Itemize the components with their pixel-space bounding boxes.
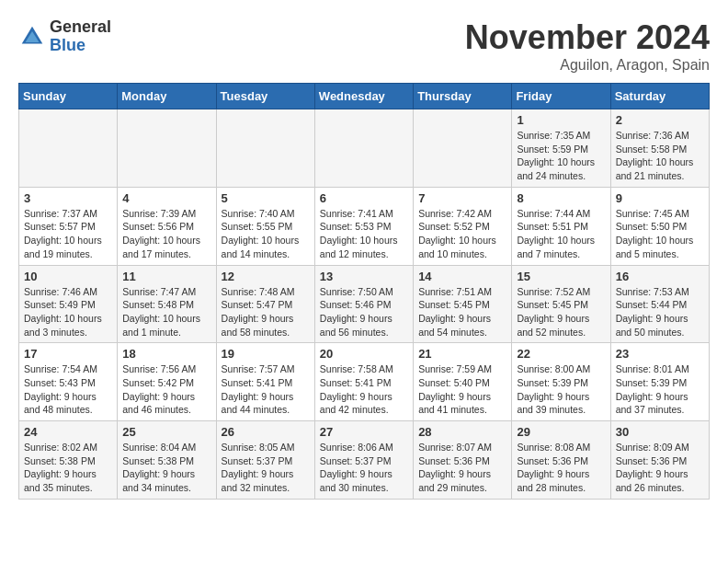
calendar-cell: 2Sunrise: 7:36 AM Sunset: 5:58 PM Daylig… <box>610 109 709 188</box>
calendar-cell: 14Sunrise: 7:51 AM Sunset: 5:45 PM Dayli… <box>414 265 512 343</box>
weekday-header: Wednesday <box>314 84 413 109</box>
day-number: 24 <box>24 425 112 439</box>
day-number: 16 <box>616 270 704 283</box>
calendar-cell <box>414 109 512 188</box>
calendar-cell: 16Sunrise: 7:53 AM Sunset: 5:44 PM Dayli… <box>610 265 709 343</box>
calendar-cell: 3Sunrise: 7:37 AM Sunset: 5:57 PM Daylig… <box>19 187 118 265</box>
day-number: 9 <box>616 191 704 205</box>
calendar-week-row: 1Sunrise: 7:35 AM Sunset: 5:59 PM Daylig… <box>19 109 710 188</box>
calendar-cell <box>216 109 314 188</box>
day-info: Sunrise: 8:01 AM Sunset: 5:39 PM Dayligh… <box>616 362 704 417</box>
day-number: 17 <box>24 347 112 361</box>
day-number: 14 <box>418 270 506 283</box>
day-number: 25 <box>122 425 210 439</box>
calendar-cell <box>118 109 216 188</box>
day-info: Sunrise: 8:09 AM Sunset: 5:36 PM Dayligh… <box>616 441 704 495</box>
day-info: Sunrise: 7:53 AM Sunset: 5:44 PM Dayligh… <box>616 285 704 339</box>
calendar-cell: 15Sunrise: 7:52 AM Sunset: 5:45 PM Dayli… <box>512 265 610 343</box>
logo-text: General Blue <box>50 18 111 55</box>
logo-icon <box>18 23 46 51</box>
day-info: Sunrise: 8:04 AM Sunset: 5:38 PM Dayligh… <box>122 441 210 495</box>
day-number: 8 <box>517 191 605 205</box>
day-info: Sunrise: 7:57 AM Sunset: 5:41 PM Dayligh… <box>222 362 310 417</box>
calendar-cell: 7Sunrise: 7:42 AM Sunset: 5:52 PM Daylig… <box>414 187 512 265</box>
calendar-cell: 28Sunrise: 8:07 AM Sunset: 5:36 PM Dayli… <box>414 421 512 500</box>
day-number: 30 <box>616 425 704 439</box>
day-number: 28 <box>418 425 506 439</box>
calendar-table: SundayMondayTuesdayWednesdayThursdayFrid… <box>18 83 710 500</box>
calendar-cell: 5Sunrise: 7:40 AM Sunset: 5:55 PM Daylig… <box>216 187 314 265</box>
day-number: 21 <box>418 347 506 361</box>
day-number: 10 <box>24 270 112 283</box>
day-info: Sunrise: 8:05 AM Sunset: 5:37 PM Dayligh… <box>222 441 310 495</box>
calendar-body: 1Sunrise: 7:35 AM Sunset: 5:59 PM Daylig… <box>19 109 710 500</box>
day-number: 20 <box>320 347 408 361</box>
calendar-cell: 17Sunrise: 7:54 AM Sunset: 5:43 PM Dayli… <box>19 343 118 421</box>
calendar-week-row: 3Sunrise: 7:37 AM Sunset: 5:57 PM Daylig… <box>19 187 710 265</box>
day-info: Sunrise: 7:54 AM Sunset: 5:43 PM Dayligh… <box>24 362 112 417</box>
title-block: November 2024 Aguilon, Aragon, Spain <box>465 18 710 74</box>
calendar-cell: 26Sunrise: 8:05 AM Sunset: 5:37 PM Dayli… <box>216 421 314 500</box>
day-number: 23 <box>616 347 704 361</box>
weekday-header: Saturday <box>610 84 709 109</box>
logo-blue: Blue <box>50 37 111 55</box>
calendar-cell: 27Sunrise: 8:06 AM Sunset: 5:37 PM Dayli… <box>314 421 413 500</box>
day-info: Sunrise: 7:44 AM Sunset: 5:51 PM Dayligh… <box>517 207 605 261</box>
weekday-header: Friday <box>512 84 610 109</box>
day-info: Sunrise: 7:48 AM Sunset: 5:47 PM Dayligh… <box>222 285 310 339</box>
day-info: Sunrise: 8:06 AM Sunset: 5:37 PM Dayligh… <box>320 441 408 495</box>
calendar-cell: 1Sunrise: 7:35 AM Sunset: 5:59 PM Daylig… <box>512 109 610 188</box>
calendar-cell: 11Sunrise: 7:47 AM Sunset: 5:48 PM Dayli… <box>118 265 216 343</box>
day-info: Sunrise: 7:59 AM Sunset: 5:40 PM Dayligh… <box>418 362 506 417</box>
day-info: Sunrise: 7:50 AM Sunset: 5:46 PM Dayligh… <box>320 285 408 339</box>
day-number: 18 <box>122 347 210 361</box>
day-info: Sunrise: 8:02 AM Sunset: 5:38 PM Dayligh… <box>24 441 112 495</box>
day-number: 19 <box>222 347 310 361</box>
calendar-cell: 6Sunrise: 7:41 AM Sunset: 5:53 PM Daylig… <box>314 187 413 265</box>
calendar-cell: 30Sunrise: 8:09 AM Sunset: 5:36 PM Dayli… <box>610 421 709 500</box>
calendar-week-row: 10Sunrise: 7:46 AM Sunset: 5:49 PM Dayli… <box>19 265 710 343</box>
day-number: 4 <box>122 191 210 205</box>
day-info: Sunrise: 7:41 AM Sunset: 5:53 PM Dayligh… <box>320 207 408 261</box>
weekday-row: SundayMondayTuesdayWednesdayThursdayFrid… <box>19 84 710 109</box>
weekday-header: Tuesday <box>216 84 314 109</box>
day-info: Sunrise: 7:45 AM Sunset: 5:50 PM Dayligh… <box>616 207 704 261</box>
day-info: Sunrise: 7:39 AM Sunset: 5:56 PM Dayligh… <box>122 207 210 261</box>
calendar-cell: 20Sunrise: 7:58 AM Sunset: 5:41 PM Dayli… <box>314 343 413 421</box>
weekday-header: Monday <box>118 84 216 109</box>
logo-general: General <box>50 18 111 37</box>
day-number: 13 <box>320 270 408 283</box>
day-info: Sunrise: 7:52 AM Sunset: 5:45 PM Dayligh… <box>517 285 605 339</box>
calendar-cell: 29Sunrise: 8:08 AM Sunset: 5:36 PM Dayli… <box>512 421 610 500</box>
calendar-week-row: 17Sunrise: 7:54 AM Sunset: 5:43 PM Dayli… <box>19 343 710 421</box>
calendar-cell: 12Sunrise: 7:48 AM Sunset: 5:47 PM Dayli… <box>216 265 314 343</box>
day-info: Sunrise: 7:37 AM Sunset: 5:57 PM Dayligh… <box>24 207 112 261</box>
calendar-cell: 4Sunrise: 7:39 AM Sunset: 5:56 PM Daylig… <box>118 187 216 265</box>
day-number: 22 <box>517 347 605 361</box>
day-info: Sunrise: 7:35 AM Sunset: 5:59 PM Dayligh… <box>517 129 605 183</box>
day-info: Sunrise: 7:46 AM Sunset: 5:49 PM Dayligh… <box>24 285 112 339</box>
calendar-cell: 25Sunrise: 8:04 AM Sunset: 5:38 PM Dayli… <box>118 421 216 500</box>
day-info: Sunrise: 7:56 AM Sunset: 5:42 PM Dayligh… <box>122 362 210 417</box>
day-number: 12 <box>222 270 310 283</box>
calendar-cell <box>19 109 118 188</box>
day-info: Sunrise: 8:08 AM Sunset: 5:36 PM Dayligh… <box>517 441 605 495</box>
day-number: 3 <box>24 191 112 205</box>
calendar-header: SundayMondayTuesdayWednesdayThursdayFrid… <box>19 84 710 109</box>
calendar-cell: 22Sunrise: 8:00 AM Sunset: 5:39 PM Dayli… <box>512 343 610 421</box>
calendar-cell: 23Sunrise: 8:01 AM Sunset: 5:39 PM Dayli… <box>610 343 709 421</box>
day-number: 15 <box>517 270 605 283</box>
day-info: Sunrise: 7:42 AM Sunset: 5:52 PM Dayligh… <box>418 207 506 261</box>
calendar-cell <box>314 109 413 188</box>
day-info: Sunrise: 7:36 AM Sunset: 5:58 PM Dayligh… <box>616 129 704 183</box>
calendar-cell: 10Sunrise: 7:46 AM Sunset: 5:49 PM Dayli… <box>19 265 118 343</box>
day-number: 27 <box>320 425 408 439</box>
day-number: 7 <box>418 191 506 205</box>
day-info: Sunrise: 7:47 AM Sunset: 5:48 PM Dayligh… <box>122 285 210 339</box>
calendar-cell: 19Sunrise: 7:57 AM Sunset: 5:41 PM Dayli… <box>216 343 314 421</box>
month-title: November 2024 <box>465 18 710 57</box>
day-number: 6 <box>320 191 408 205</box>
calendar-cell: 8Sunrise: 7:44 AM Sunset: 5:51 PM Daylig… <box>512 187 610 265</box>
day-info: Sunrise: 8:07 AM Sunset: 5:36 PM Dayligh… <box>418 441 506 495</box>
day-number: 5 <box>222 191 310 205</box>
